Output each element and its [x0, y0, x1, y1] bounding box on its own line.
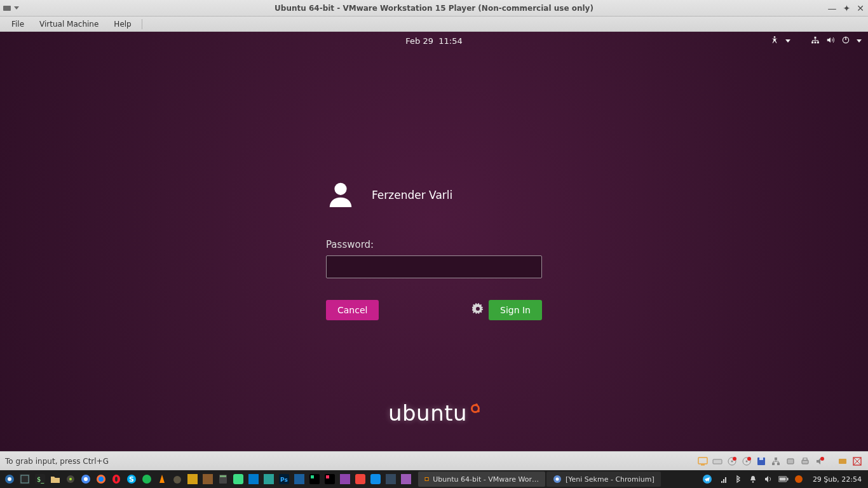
task-chromium[interactable]: [Yeni Sekme - Chromium]: [546, 471, 661, 487]
password-input[interactable]: [326, 255, 542, 278]
login-button-row: Cancel Sign In: [326, 300, 542, 320]
host-window: Ubuntu 64-bit - VMware Workstation 15 Pl…: [0, 0, 868, 470]
svg-point-69: [556, 478, 559, 481]
svg-rect-50: [220, 475, 226, 477]
tray-network-icon[interactable]: [717, 474, 728, 484]
svg-rect-64: [386, 474, 396, 484]
tray-battery-icon[interactable]: [778, 474, 789, 484]
vm-fullscreen-icon[interactable]: [851, 456, 863, 466]
launcher-calculator-icon[interactable]: [216, 472, 230, 486]
launcher-app2-icon[interactable]: [201, 472, 215, 486]
vm-printer-icon[interactable]: [799, 456, 811, 466]
network-icon[interactable]: [811, 36, 820, 46]
tray-bluetooth-icon[interactable]: [733, 474, 743, 484]
vm-sound-icon[interactable]: [814, 456, 825, 466]
svg-text:S: S: [129, 475, 134, 484]
vm-floppy-icon[interactable]: [756, 456, 767, 466]
vm-cd-icon[interactable]: [726, 456, 738, 466]
vm-network-icon[interactable]: [770, 456, 782, 466]
signin-button[interactable]: Sign In: [489, 300, 542, 320]
topbar-date: Feb 29: [405, 36, 433, 46]
svg-point-17: [747, 457, 751, 461]
vmware-statusbar: To grab input, press Ctrl+G: [0, 451, 868, 470]
launcher-chromium-icon[interactable]: [79, 472, 93, 486]
launcher-app5-icon[interactable]: [399, 472, 413, 486]
topbar-system-area[interactable]: [770, 32, 862, 50]
accessibility-icon[interactable]: [770, 36, 779, 46]
launcher-skype-icon[interactable]: S: [125, 472, 139, 486]
system-dropdown-icon[interactable]: [857, 39, 862, 43]
vmware-menubar: File Virtual Machine Help: [0, 17, 868, 32]
menu-help[interactable]: Help: [106, 18, 139, 30]
cancel-button[interactable]: Cancel: [326, 300, 379, 320]
launcher-spotify-icon[interactable]: [140, 472, 154, 486]
svg-point-40: [98, 477, 104, 482]
svg-rect-56: [294, 474, 304, 484]
launcher-wireshark-icon[interactable]: [292, 472, 306, 486]
svg-point-30: [8, 477, 11, 481]
launcher-android-icon[interactable]: [231, 472, 245, 486]
svg-rect-20: [772, 463, 775, 465]
launcher-files-icon[interactable]: [48, 472, 62, 486]
launcher-firefox-icon[interactable]: [94, 472, 108, 486]
svg-rect-24: [802, 460, 808, 464]
launcher-gimp-icon[interactable]: [170, 472, 184, 486]
launcher-terminal-icon[interactable]: $_: [33, 472, 47, 486]
svg-rect-23: [787, 459, 794, 464]
launcher-atom-icon[interactable]: [64, 472, 78, 486]
tray-volume-icon[interactable]: [763, 474, 773, 484]
svg-point-45: [142, 475, 151, 484]
menu-virtual-machine[interactable]: Virtual Machine: [32, 18, 106, 30]
svg-rect-25: [803, 458, 807, 460]
launcher-teamviewer-icon[interactable]: [369, 472, 383, 486]
minimize-button[interactable]: —: [828, 3, 837, 13]
menu-separator: [142, 19, 142, 29]
launcher-opera-icon[interactable]: [109, 472, 123, 486]
svg-rect-4: [817, 41, 819, 43]
svg-point-42: [115, 477, 118, 482]
launcher-menu-icon[interactable]: [3, 472, 17, 486]
volume-icon[interactable]: [826, 36, 835, 46]
user-row: Ferzender Varli: [326, 179, 542, 211]
svg-point-26: [820, 457, 824, 461]
launcher-ps-icon[interactable]: Ps: [277, 472, 291, 486]
vm-spacer: [829, 456, 834, 466]
launcher-pycharm-icon[interactable]: [308, 472, 322, 486]
launcher-vlc-icon[interactable]: [155, 472, 169, 486]
tray-updates-icon[interactable]: [794, 474, 804, 484]
launcher-app1-icon[interactable]: [186, 472, 200, 486]
vmware-titlebar[interactable]: Ubuntu 64-bit - VMware Workstation 15 Pl…: [0, 0, 868, 17]
vm-hdd-icon[interactable]: [712, 456, 723, 466]
session-gear-icon[interactable]: [472, 303, 484, 317]
vmware-window-controls: — ✦ ✕: [828, 0, 864, 17]
topbar-datetime[interactable]: Feb 29 11:54: [405, 36, 462, 46]
vm-message-icon[interactable]: [837, 456, 848, 466]
vm-usb-icon[interactable]: [785, 456, 796, 466]
maximize-button[interactable]: ✦: [843, 3, 851, 13]
task-vmware[interactable]: Ubuntu 64-bit - VMware Wor…: [418, 471, 545, 487]
taskbar-tasks: Ubuntu 64-bit - VMware Wor… [Yeni Sekme …: [418, 471, 661, 487]
tray-telegram-icon[interactable]: [702, 474, 712, 484]
launcher-packettracer-icon[interactable]: [262, 472, 276, 486]
launcher-intellij-icon[interactable]: [323, 472, 337, 486]
accessibility-dropdown-icon[interactable]: [785, 39, 790, 43]
launcher-show-desktop-icon[interactable]: [18, 472, 32, 486]
tray-clock[interactable]: 29 Şub, 22:54: [809, 475, 865, 484]
menu-file[interactable]: File: [4, 18, 32, 30]
svg-rect-76: [779, 478, 785, 481]
svg-rect-5: [815, 36, 817, 38]
vm-display-icon[interactable]: [697, 456, 709, 466]
launcher-vscode-icon[interactable]: [247, 472, 261, 486]
svg-rect-61: [340, 474, 350, 484]
topbar-time: 11:54: [438, 36, 462, 46]
tray-notification-icon[interactable]: [748, 474, 758, 484]
vmware-menu-dropdown-icon[interactable]: [14, 6, 19, 10]
vmware-grab-hint: To grab input, press Ctrl+G: [5, 457, 109, 466]
vmware-device-icons: [697, 456, 863, 466]
vm-cd2-icon[interactable]: [741, 456, 752, 466]
launcher-anydesk-icon[interactable]: [353, 472, 367, 486]
launcher-app4-icon[interactable]: [384, 472, 398, 486]
close-button[interactable]: ✕: [857, 3, 864, 13]
launcher-app3-icon[interactable]: [338, 472, 352, 486]
power-icon[interactable]: [841, 36, 850, 46]
